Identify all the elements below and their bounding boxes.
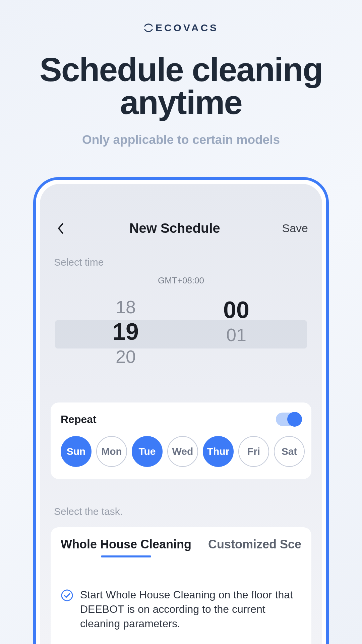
svg-point-0 — [62, 590, 72, 601]
topbar: New Schedule Save — [49, 197, 313, 236]
tab-0[interactable]: Whole House Cleaning — [61, 537, 191, 557]
day-fri[interactable]: Fri — [238, 436, 269, 467]
day-wed[interactable]: Wed — [167, 436, 198, 467]
minute-next: 01 — [186, 325, 287, 345]
days-row: SunMonTueWedThurFriSat — [61, 436, 301, 467]
task-description: Start Whole House Cleaning on the floor … — [80, 588, 301, 631]
minute-selected: 00 — [186, 297, 287, 323]
repeat-card: Repeat SunMonTueWedThurFriSat — [51, 402, 311, 479]
time-picker[interactable]: 18 19 20 00 01 — [49, 295, 313, 382]
toggle-knob — [287, 412, 302, 427]
timezone-label: GMT+08:00 — [49, 275, 313, 286]
hour-column[interactable]: 18 19 20 — [75, 295, 176, 369]
logo-text: ECOVACS — [156, 22, 219, 34]
day-sat[interactable]: Sat — [274, 436, 305, 467]
day-mon[interactable]: Mon — [96, 436, 127, 467]
day-tue[interactable]: Tue — [132, 436, 163, 467]
back-button[interactable] — [54, 222, 67, 235]
day-thur[interactable]: Thur — [203, 436, 234, 467]
task-card: Whole House CleaningCustomized Scen Star… — [51, 527, 311, 644]
check-circle-icon — [61, 589, 73, 602]
tab-1[interactable]: Customized Scen — [208, 537, 301, 557]
app-screen: New Schedule Save Select time GMT+08:00 … — [40, 184, 322, 644]
day-sun[interactable]: Sun — [61, 436, 92, 467]
minute-column[interactable]: 00 01 — [186, 295, 287, 347]
logo-icon — [143, 23, 154, 33]
logo: ECOVACS — [0, 0, 362, 34]
hero-subtitle: Only applicable to certain models — [0, 133, 362, 147]
screen-title: New Schedule — [129, 221, 220, 236]
hero-title: Schedule cleaning anytime — [0, 53, 362, 119]
hero-title-line1: Schedule cleaning — [40, 51, 322, 88]
hour-next: 20 — [75, 347, 176, 367]
tabs-row: Whole House CleaningCustomized Scen — [61, 537, 301, 557]
select-task-label: Select the task. — [49, 506, 313, 517]
chevron-left-icon — [57, 222, 64, 234]
select-time-label: Select time — [49, 257, 313, 268]
hour-prev: 18 — [75, 297, 176, 317]
phone-frame: New Schedule Save Select time GMT+08:00 … — [33, 177, 329, 644]
hero-title-line2: anytime — [120, 84, 242, 121]
repeat-label: Repeat — [61, 413, 97, 426]
hour-selected: 19 — [75, 319, 176, 345]
save-button[interactable]: Save — [282, 222, 308, 235]
repeat-toggle[interactable] — [276, 413, 301, 426]
